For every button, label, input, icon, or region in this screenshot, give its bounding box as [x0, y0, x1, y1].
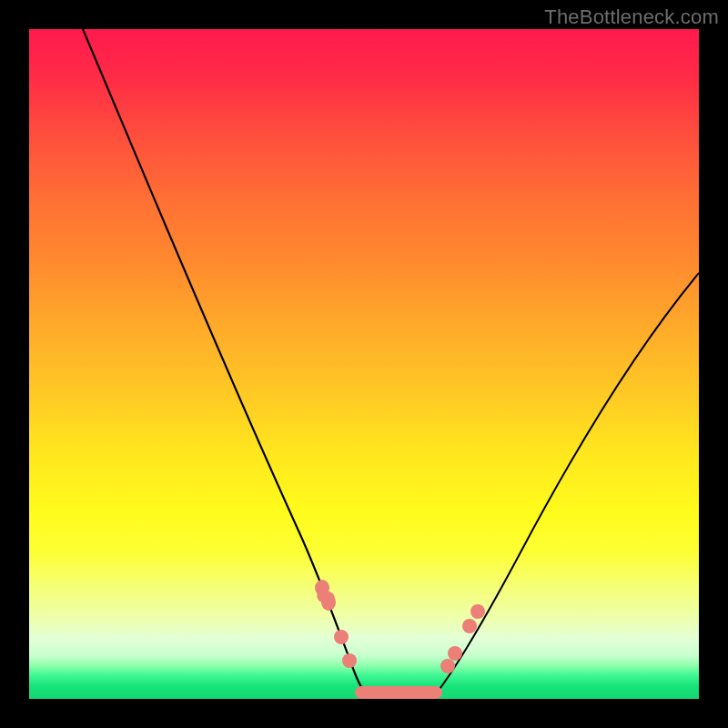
right-curve [438, 273, 699, 692]
bead-right-1 [440, 659, 455, 673]
bead-left-2b [342, 653, 357, 668]
bead-right-2 [448, 646, 462, 661]
plot-area [29, 29, 699, 699]
bead-right-4 [470, 604, 485, 619]
bead-right-3 [462, 619, 477, 633]
valley-floor-bar [355, 686, 442, 699]
bead-left-2a [334, 630, 349, 644]
chart-frame: TheBottleneck.com [0, 0, 728, 728]
chart-svg [29, 29, 699, 699]
watermark-text: TheBottleneck.com [544, 5, 719, 29]
